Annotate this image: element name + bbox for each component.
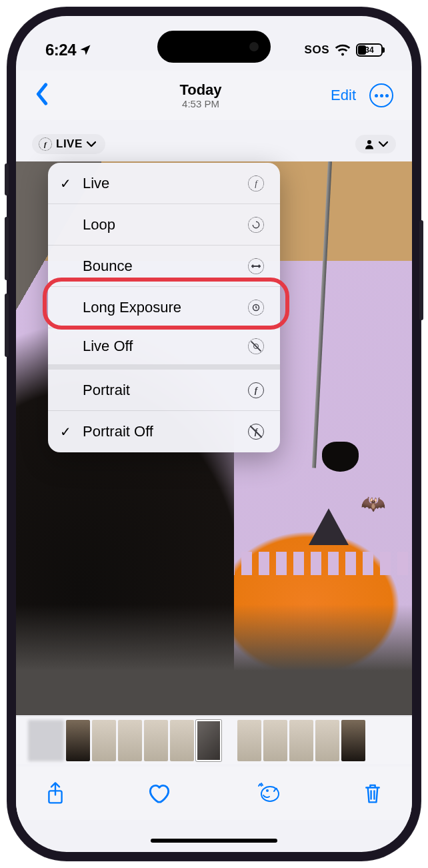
svg-point-0 <box>367 140 371 144</box>
portrait-icon: f <box>247 381 265 400</box>
dynamic-island <box>157 31 271 63</box>
thumbnail-selected[interactable] <box>196 720 221 761</box>
svg-point-6 <box>266 789 269 792</box>
long-exposure-icon <box>247 298 265 317</box>
edit-button[interactable]: Edit <box>331 87 356 104</box>
loop-icon <box>247 215 265 234</box>
thumbnail[interactable] <box>289 720 313 761</box>
person-icon <box>363 138 375 150</box>
nav-bar: Today 4:53 PM Edit <box>16 71 412 120</box>
delete-button[interactable] <box>363 782 383 805</box>
battery-percent: 34 <box>357 45 381 55</box>
portrait-off-icon: f <box>247 422 265 441</box>
thumbnail[interactable] <box>341 720 365 761</box>
back-button[interactable] <box>35 83 49 108</box>
more-button[interactable] <box>369 83 393 107</box>
location-icon <box>79 43 92 57</box>
live-off-icon <box>247 337 265 356</box>
badge-row: f LIVE <box>16 127 412 161</box>
svg-line-3 <box>250 426 261 437</box>
menu-item-portrait-off[interactable]: ✓ Portrait Off f <box>48 411 280 452</box>
people-badge[interactable] <box>355 135 396 153</box>
thumbnail[interactable] <box>66 720 90 761</box>
share-button[interactable] <box>45 781 65 805</box>
phone-frame: 6:24 SOS 34 <box>7 7 421 861</box>
side-buttons-right <box>419 220 423 327</box>
thumbnail[interactable] <box>170 720 194 761</box>
thumbnail[interactable] <box>92 720 116 761</box>
thumbnail[interactable] <box>263 720 287 761</box>
menu-item-long-exposure[interactable]: Long Exposure <box>48 287 280 328</box>
checkmark-icon: ✓ <box>60 175 83 191</box>
bounce-icon <box>247 257 265 276</box>
nav-title: Today <box>101 81 300 99</box>
thumbnail[interactable] <box>28 720 64 761</box>
home-indicator[interactable] <box>151 839 277 843</box>
status-time: 6:24 <box>45 41 76 59</box>
menu-item-loop[interactable]: Loop <box>48 204 280 246</box>
chevron-down-icon <box>379 141 388 147</box>
thumbnail[interactable] <box>237 720 261 761</box>
live-badge-label: LIVE <box>56 137 83 151</box>
checkmark-icon: ✓ <box>60 424 83 440</box>
live-badge[interactable]: f LIVE <box>32 134 105 154</box>
bottom-toolbar <box>16 767 412 820</box>
live-effect-menu: ✓ Live f Loop Bounce Long Exposure <box>48 163 280 452</box>
thumbnail-strip[interactable] <box>16 716 412 764</box>
sos-indicator: SOS <box>305 43 329 57</box>
menu-item-live-off[interactable]: Live Off <box>48 328 280 370</box>
thumbnail[interactable] <box>315 720 339 761</box>
menu-item-portrait[interactable]: Portrait f <box>48 370 280 411</box>
info-pet-button[interactable] <box>254 782 281 805</box>
screen: 6:24 SOS 34 <box>16 16 412 852</box>
chevron-down-icon <box>87 141 96 147</box>
menu-item-live[interactable]: ✓ Live f <box>48 163 280 204</box>
thumbnail[interactable] <box>118 720 142 761</box>
side-buttons-left <box>5 163 9 417</box>
live-photo-icon: f <box>39 137 52 151</box>
wifi-icon <box>335 43 351 57</box>
svg-line-2 <box>251 342 261 352</box>
favorite-button[interactable] <box>147 783 171 804</box>
live-photo-icon: f <box>247 174 265 193</box>
nav-subtitle: 4:53 PM <box>101 98 300 109</box>
battery-icon: 34 <box>356 43 383 57</box>
menu-item-bounce[interactable]: Bounce <box>48 246 280 287</box>
thumbnail[interactable] <box>144 720 168 761</box>
